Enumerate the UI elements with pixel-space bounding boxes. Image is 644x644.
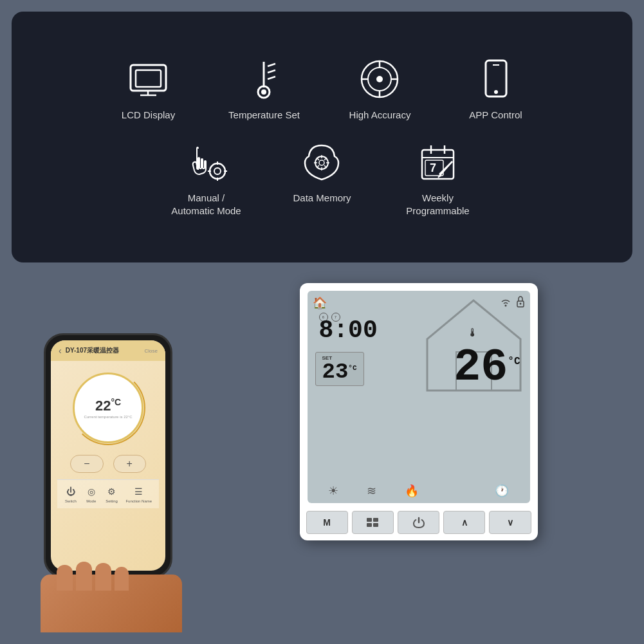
function-label: Function Name bbox=[125, 499, 152, 503]
svg-line-7 bbox=[268, 64, 275, 66]
feature-row-1: LCD Display Temperature Set bbox=[31, 57, 613, 122]
clock-icon: 🕐 bbox=[495, 484, 509, 498]
time-display: 8:00 bbox=[319, 317, 378, 344]
switch-icon: ⏻ bbox=[64, 485, 77, 498]
feature-weekly-programmable: 7 Weekly Programmable bbox=[400, 140, 477, 217]
thermostat-buttons: M ∧ ∨ bbox=[300, 507, 538, 540]
feature-temperature-set: Temperature Set bbox=[226, 57, 303, 122]
feature-manual-auto: Manual / Automatic Mode bbox=[168, 140, 245, 217]
svg-point-19 bbox=[494, 90, 498, 94]
app-control-label: APP Control bbox=[469, 109, 522, 122]
svg-rect-51 bbox=[373, 518, 378, 522]
svg-point-6 bbox=[261, 89, 266, 95]
high-accuracy-icon bbox=[358, 57, 403, 102]
bottom-section: ‹ DY-107采暖温控器 Close 22°C Current tempera… bbox=[12, 277, 632, 632]
weekly-programmable-icon: 7 bbox=[416, 140, 461, 185]
svg-point-21 bbox=[214, 168, 221, 174]
phone-title: DY-107采暖温控器 bbox=[66, 346, 119, 355]
spacer bbox=[447, 484, 466, 498]
menu-button[interactable] bbox=[352, 511, 394, 534]
setting-label: Setting bbox=[106, 499, 118, 503]
set-temp-value: 23°C bbox=[322, 361, 357, 383]
svg-rect-50 bbox=[367, 518, 372, 522]
phone-main: 22°C Current temperature is 22°C − + ⏻ S… bbox=[51, 361, 165, 515]
svg-rect-52 bbox=[367, 523, 372, 527]
phone-controls: − + bbox=[70, 455, 146, 473]
power-button[interactable] bbox=[398, 511, 439, 534]
svg-text:7: 7 bbox=[430, 161, 436, 174]
feature-panel: LCD Display Temperature Set bbox=[12, 12, 632, 262]
temp-circle: 22°C Current temperature is 22°C bbox=[73, 373, 143, 443]
close-label: Close bbox=[145, 348, 158, 354]
phone-screen: ‹ DY-107采暖温控器 Close 22°C Current tempera… bbox=[51, 340, 165, 571]
temperature-set-label: Temperature Set bbox=[228, 109, 300, 122]
heating-waves-icon: ≋ bbox=[367, 484, 376, 498]
function-icon: ☰ bbox=[133, 485, 145, 498]
feature-data-memory: Data Memory bbox=[284, 140, 361, 217]
plus-button[interactable]: + bbox=[113, 455, 146, 473]
svg-line-9 bbox=[268, 77, 275, 79]
phone-nav: ⏻ Switch ◎ Mode ⚙ Setting bbox=[57, 479, 159, 508]
switch-label: Switch bbox=[65, 499, 77, 503]
down-button[interactable]: ∨ bbox=[489, 511, 531, 534]
temp-sub: Current temperature is 22°C bbox=[84, 415, 132, 419]
temp-value: 22°C bbox=[95, 397, 121, 414]
feature-lcd-display: LCD Display bbox=[110, 57, 187, 122]
up-button[interactable]: ∧ bbox=[443, 511, 485, 534]
phone-nav-switch[interactable]: ⏻ Switch bbox=[64, 485, 77, 503]
thermostat-device: 🏠 bbox=[300, 283, 538, 540]
phone-nav-setting[interactable]: ⚙ Setting bbox=[106, 485, 118, 503]
m-button[interactable]: M bbox=[306, 511, 348, 534]
svg-point-20 bbox=[210, 163, 225, 179]
thermostat-screen: 🏠 bbox=[308, 291, 530, 503]
minus-button[interactable]: − bbox=[70, 455, 103, 473]
mode-label: Mode bbox=[86, 499, 96, 503]
phone-header: ‹ DY-107采暖温控器 Close bbox=[51, 340, 165, 361]
app-control-icon bbox=[474, 57, 519, 102]
manual-auto-label: Manual / Automatic Mode bbox=[171, 192, 241, 217]
phone-container: ‹ DY-107采暖温控器 Close 22°C Current tempera… bbox=[12, 277, 192, 632]
sun-icon: ☀ bbox=[328, 484, 338, 498]
thermostat-container: 🏠 bbox=[205, 277, 632, 632]
set-temp-box: SET 23°C bbox=[315, 352, 364, 386]
feature-app-control: APP Control bbox=[457, 57, 535, 122]
thermometer-icon: 🌡 bbox=[467, 326, 479, 340]
thermostat-bottom-icons: ☀ ≋ 🔥 🕐 bbox=[308, 484, 530, 498]
phone-nav-function[interactable]: ☰ Function Name bbox=[125, 485, 152, 503]
flame-icon: 🔥 bbox=[405, 484, 419, 498]
setting-icon: ⚙ bbox=[106, 485, 118, 498]
high-accuracy-label: High Accuracy bbox=[349, 109, 411, 122]
svg-line-8 bbox=[268, 70, 275, 73]
feature-row-2: Manual / Automatic Mode bbox=[31, 140, 613, 217]
house-icon: 🏠 bbox=[313, 296, 327, 310]
weekly-programmable-label: Weekly Programmable bbox=[406, 192, 469, 217]
lcd-display-label: LCD Display bbox=[122, 109, 175, 122]
phone-device: ‹ DY-107采暖温控器 Close 22°C Current tempera… bbox=[44, 333, 172, 578]
back-arrow-icon: ‹ bbox=[59, 345, 62, 356]
mode-icon: ◎ bbox=[85, 485, 98, 498]
temperature-set-icon bbox=[242, 57, 287, 102]
phone-nav-mode[interactable]: ◎ Mode bbox=[85, 485, 98, 503]
manual-auto-icon bbox=[184, 140, 229, 185]
svg-point-12 bbox=[376, 76, 383, 82]
svg-rect-1 bbox=[136, 70, 161, 87]
data-memory-icon bbox=[300, 140, 345, 185]
svg-point-27 bbox=[319, 160, 324, 165]
data-memory-label: Data Memory bbox=[293, 192, 351, 205]
lcd-display-icon bbox=[126, 57, 171, 102]
current-temp: 26°C bbox=[454, 345, 520, 391]
feature-high-accuracy: High Accuracy bbox=[342, 57, 419, 122]
svg-rect-53 bbox=[373, 523, 378, 527]
